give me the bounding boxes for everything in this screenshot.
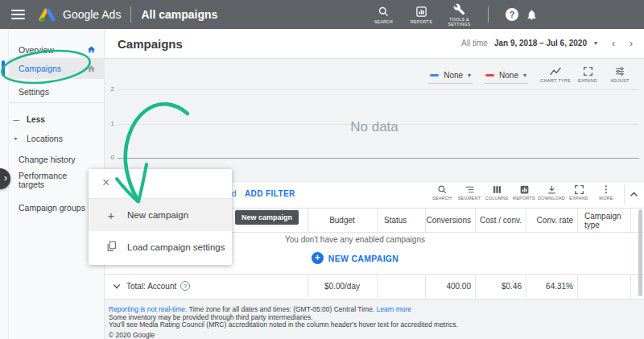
brand-name: Google Ads <box>63 8 121 21</box>
column-header-campaign-type[interactable]: Campaign type <box>577 209 630 232</box>
home-icon <box>87 45 96 54</box>
total-label: Total: Account <box>126 282 176 291</box>
sidebar-item-change-history[interactable]: Change history <box>9 150 105 169</box>
y-axis-tick: 2 <box>106 85 114 93</box>
topbar-divider <box>488 6 489 23</box>
new-campaign-tooltip: New campaign <box>235 210 299 225</box>
help-icon[interactable]: ? <box>506 8 518 21</box>
column-header-conv-rate[interactable]: Conv. rate <box>526 209 577 232</box>
page-header: Campaigns All time Jan 9, 2018 – Jul 6, … <box>105 29 644 59</box>
triangle-right-icon: ▸ <box>11 135 21 142</box>
topbar-actions: SEARCH REPORTS TOOLS & SETTINGS ? <box>365 3 538 27</box>
table-download-button[interactable]: DOWNLOAD <box>538 184 565 201</box>
date-preset-label: All time <box>461 39 488 48</box>
chart-type-button[interactable]: CHART TYPE <box>539 66 572 83</box>
segment-icon <box>464 184 475 195</box>
caret-down-icon[interactable]: ▾ <box>594 39 597 47</box>
sidebar-item-campaigns[interactable]: Campaigns <box>9 58 105 79</box>
topbar-divider <box>130 6 131 23</box>
no-data-message: No data <box>105 119 644 135</box>
notifications-bell-icon[interactable] <box>526 9 538 21</box>
table-expand-button[interactable]: EXPAND <box>565 184 592 201</box>
top-app-bar: Google Ads All campaigns SEARCH REPORTS … <box>0 0 644 29</box>
plus-icon: + <box>312 252 324 264</box>
expand-corners-icon <box>574 184 584 195</box>
new-campaign-popup: × + New campaign Load campaign settings <box>89 169 232 265</box>
gridline <box>118 89 639 90</box>
y-axis-tick: 0 <box>106 154 114 161</box>
menu-icon[interactable] <box>11 7 25 22</box>
total-row: Total: Account ? $0.00/day 400.00 $0.46 … <box>105 274 644 298</box>
columns-icon <box>492 184 502 195</box>
x-axis-line <box>118 158 639 159</box>
performance-chart-panel: None ▾ None ▾ CHART TYPE EXPAND ADJUST 2… <box>105 59 644 181</box>
home-icon <box>87 64 96 73</box>
column-header-conversions[interactable]: Conversions <box>425 209 475 232</box>
reports-icon <box>415 6 427 18</box>
page-footer: Reporting is not real-time. Time zone fo… <box>105 300 641 339</box>
column-header-status[interactable]: Status <box>377 209 425 232</box>
realtime-link[interactable]: Reporting is not real-time. <box>109 305 187 313</box>
tools-settings-button[interactable]: TOOLS & SETTINGS <box>440 3 478 27</box>
popup-header: × <box>89 169 232 199</box>
search-icon <box>437 184 448 195</box>
chevron-right-icon: › <box>4 172 7 184</box>
footer-line-1: Reporting is not real-time. Time zone fo… <box>109 305 411 313</box>
table-columns-button[interactable]: COLUMNS <box>483 184 510 201</box>
series1-swatch-icon <box>430 74 439 76</box>
date-range-controls: All time Jan 9, 2018 – Jul 6, 2020 ▾ ‹ › <box>461 39 633 48</box>
table-more-button[interactable]: ⋮ MORE <box>592 184 620 201</box>
new-campaign-button[interactable]: + NEW CAMPAIGN <box>312 252 398 264</box>
copyright: © 2020 Google <box>109 331 155 339</box>
total-budget: $0.00/day <box>308 275 377 298</box>
search-button[interactable]: SEARCH <box>365 6 402 24</box>
reports-icon <box>519 184 530 195</box>
collapse-table-chevron-up-icon[interactable] <box>630 191 638 197</box>
page-title: Campaigns <box>118 37 183 51</box>
date-range-value[interactable]: Jan 9, 2018 – Jul 6, 2020 <box>494 39 587 48</box>
metric-selector-2[interactable]: None ▾ <box>484 69 528 84</box>
close-icon[interactable]: × <box>102 176 109 190</box>
series2-swatch-icon <box>485 74 494 76</box>
reports-button[interactable]: REPORTS <box>402 6 440 24</box>
table-search-button[interactable]: SEARCH <box>428 184 456 201</box>
search-icon <box>378 6 390 18</box>
column-header-budget[interactable]: Budget <box>308 209 377 232</box>
sidebar-item-locations[interactable]: ▸ Locations <box>9 129 105 148</box>
topbar-page-title: All campaigns <box>141 8 217 21</box>
total-conv-rate: 64.31% <box>526 275 577 298</box>
prev-period-button[interactable]: ‹ <box>612 39 615 48</box>
toolbar-divider <box>624 185 625 205</box>
google-ads-logo-icon <box>39 7 56 23</box>
help-circle-icon[interactable]: ? <box>180 281 190 291</box>
column-header-cost-per-conv[interactable]: Cost / conv. <box>475 209 526 232</box>
next-period-button[interactable]: › <box>630 39 633 48</box>
caret-down-icon: ▾ <box>468 72 471 79</box>
total-cost-per-conv: $0.46 <box>475 275 526 298</box>
chart-controls: None ▾ None ▾ CHART TYPE EXPAND ADJUST <box>428 66 636 84</box>
table-segment-button[interactable]: SEGMENT <box>456 184 483 201</box>
footer-line-3: You'll see Media Rating Council (MRC) ac… <box>109 320 458 329</box>
copy-icon <box>104 241 118 254</box>
menu-item-load-campaign-settings[interactable]: Load campaign settings <box>89 231 232 263</box>
add-filter-button[interactable]: ADD FILTER <box>245 189 295 198</box>
table-reports-button[interactable]: REPORTS <box>510 184 538 201</box>
wrench-icon <box>453 3 465 15</box>
metric-selector-1[interactable]: None ▾ <box>428 69 473 84</box>
plus-icon: + <box>104 209 118 222</box>
chevron-down-icon[interactable] <box>113 283 121 289</box>
sidebar-item-settings[interactable]: Settings <box>9 82 105 101</box>
menu-item-new-campaign[interactable]: + New campaign <box>89 199 232 231</box>
minus-icon: — <box>11 116 21 123</box>
sidebar-item-overview[interactable]: Overview <box>9 40 105 60</box>
learn-more-link[interactable]: Learn more <box>377 305 411 313</box>
download-icon <box>547 184 557 195</box>
table-scrollbar[interactable] <box>638 209 642 296</box>
chart-expand-button[interactable]: EXPAND <box>572 66 604 83</box>
table-toolbar: SEARCH SEGMENT COLUMNS REPORTS DOWNLOAD … <box>428 184 620 201</box>
sidebar-less-toggle[interactable]: — Less <box>9 110 105 129</box>
caret-down-icon: ▾ <box>523 72 526 79</box>
line-chart-icon <box>549 66 562 76</box>
chart-adjust-button[interactable]: ADJUST <box>604 66 636 83</box>
filter-chip-partial[interactable]: d <box>232 189 237 198</box>
